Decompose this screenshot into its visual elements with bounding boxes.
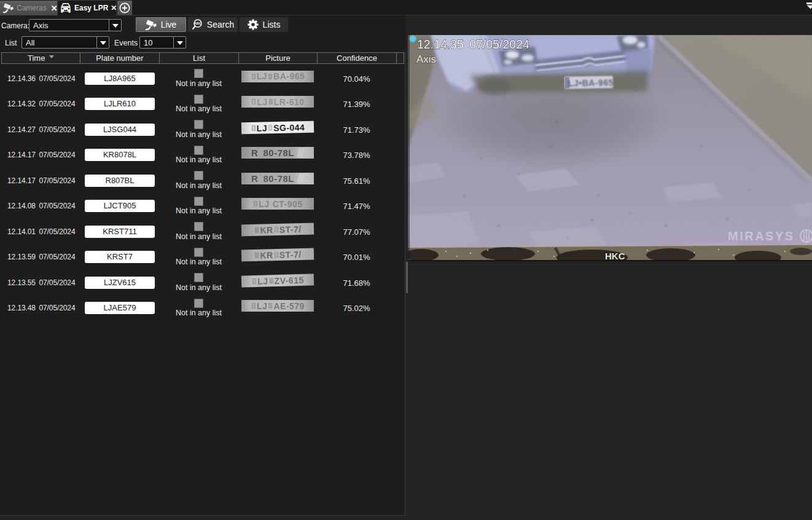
svg-text:ABC: ABC — [194, 22, 201, 25]
svg-text:12.14.35 07/05/2024: 12.14.35 07/05/2024 — [417, 37, 529, 51]
svg-text:Axis: Axis — [416, 53, 436, 65]
svg-text:MIRASYS: MIRASYS — [728, 229, 795, 243]
svg-text:HKC: HKC — [605, 251, 625, 261]
